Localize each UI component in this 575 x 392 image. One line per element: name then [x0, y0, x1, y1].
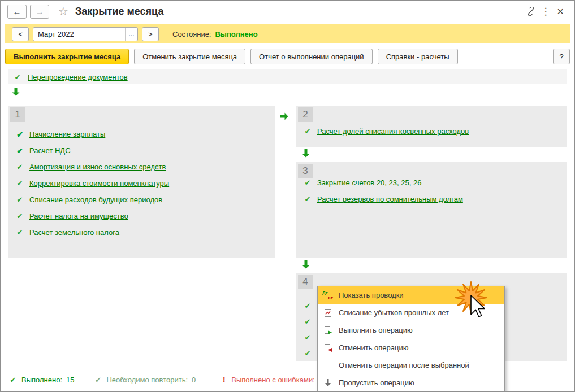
state-value: Выполнено — [215, 30, 257, 38]
back-icon: ← — [13, 7, 21, 16]
favorite-star-icon[interactable]: ☆ — [58, 5, 68, 18]
state-label: Состояние: — [172, 30, 211, 38]
check-icon: ✔ — [303, 350, 312, 357]
block-number: 1 — [10, 107, 25, 122]
help-button[interactable]: ? — [553, 49, 570, 64]
status-done-label: Выполнено: — [21, 376, 62, 384]
menu-item-label: Выполнить операцию — [339, 326, 413, 334]
block-number: 3 — [298, 164, 313, 178]
operation-row: ✔ Амортизация и износ основных средств — [8, 159, 275, 175]
close-icon[interactable]: × — [553, 5, 568, 18]
status-repeat: ✔ Необходимо повторить: 0 — [93, 376, 196, 384]
operation-link[interactable]: Расчет налога на имущество — [29, 212, 128, 220]
arrow-down-icon — [11, 86, 21, 97]
operation-link[interactable]: Закрытие счетов 20, 23, 25, 26 — [317, 178, 421, 187]
operation-link[interactable]: Начисление зарплаты — [29, 130, 105, 138]
run-operation-icon — [322, 325, 334, 336]
check-icon: ✔ — [303, 128, 312, 135]
error-exclamation-icon: ! — [221, 375, 227, 384]
period-bar: < Март 2022 ... > Состояние: Выполнено — [5, 24, 570, 43]
operation-row: ✔ Корректировка стоимости номенклатуры — [8, 175, 275, 191]
operations-report-button[interactable]: Отчет о выполнении операций — [250, 49, 373, 64]
status-errors: ! Выполнено с ошибками: 0 — [221, 375, 323, 384]
check-icon: ✔ — [303, 302, 312, 310]
operation-row: ✔ Расчет долей списания косвенных расход… — [296, 123, 567, 140]
block-number: 4 — [298, 275, 313, 289]
empty-icon — [322, 360, 334, 371]
menu-item-label: Отменить операцию — [339, 343, 408, 352]
menu-item-label: Показать проводки — [339, 291, 404, 299]
arrow-down-icon — [301, 148, 311, 158]
operation-link[interactable]: Расчет земельного налога — [29, 228, 119, 237]
cancel-closing-button[interactable]: Отменить закрытие месяца — [134, 49, 245, 64]
skip-operation-icon — [322, 378, 334, 388]
menu-item-loss-writeoff[interactable]: Списание убытков прошлых лет — [318, 304, 504, 321]
operation-link[interactable]: Расчет НДС — [29, 146, 71, 155]
operation-row: ✔ Расчет налога на имущество — [8, 208, 275, 224]
block-1: 1 ✔ Начисление зарплаты ✔ Расчет НДС ✔ А… — [8, 106, 275, 258]
menu-item-run-operation[interactable]: Выполнить операцию — [318, 321, 504, 339]
period-value: Март 2022 — [33, 30, 125, 38]
menu-item-cancel-after-selected[interactable]: Отменить операции после выбранной — [318, 356, 504, 374]
run-closing-button[interactable]: Выполнить закрытие месяца — [5, 49, 129, 64]
check-icon: ✔ — [13, 73, 22, 81]
forward-icon: → — [36, 7, 44, 16]
reposting-strip: ✔ Перепроведение документов — [8, 69, 567, 84]
check-icon: ✔ — [15, 196, 24, 203]
check-icon: ✔ — [15, 180, 24, 187]
calculations-button[interactable]: Справки - расчеты — [378, 49, 458, 64]
check-icon: ✔ — [8, 376, 18, 384]
arrow-down-icon — [301, 259, 311, 269]
period-picker-button[interactable]: ... — [125, 28, 137, 41]
operation-link[interactable]: Списание расходов будущих периодов — [29, 195, 162, 204]
menu-item-show-postings[interactable]: Дт Кт Показать проводки — [318, 286, 504, 304]
check-icon: ✔ — [303, 179, 312, 186]
status-repeat-label: Необходимо повторить: — [106, 376, 188, 384]
operation-link[interactable]: Расчет долей списания косвенных расходов — [317, 127, 469, 136]
arrow-right-icon — [279, 111, 289, 121]
check-icon: ✔ — [15, 130, 24, 138]
menu-item-label: Пропустить операцию — [339, 378, 414, 387]
menu-item-cancel-operation[interactable]: Отменить операцию — [318, 339, 504, 356]
operation-link[interactable]: Расчет резервов по сомнительным долгам — [317, 195, 463, 203]
toolbar: Выполнить закрытие месяца Отменить закры… — [5, 48, 570, 65]
status-errors-label: Выполнено с ошибками: — [231, 376, 315, 384]
reposting-link[interactable]: Перепроведение документов — [28, 73, 128, 81]
cancel-operation-icon — [322, 343, 334, 353]
forward-button[interactable]: → — [30, 5, 49, 19]
titlebar: ← → ☆ Закрытие месяца ⋮ × — [1, 1, 574, 22]
context-menu: Дт Кт Показать проводки Списание убытков… — [317, 286, 505, 392]
status-done-value: 15 — [66, 376, 74, 384]
block-3: 3 ✔ Закрытие счетов 20, 23, 25, 26 ✔ Рас… — [296, 162, 567, 258]
operation-row: ✔ Списание расходов будущих периодов — [8, 191, 275, 208]
status-repeat-value: 0 — [192, 376, 196, 384]
operation-row: ✔ Начисление зарплаты — [8, 126, 275, 142]
check-icon: ✔ — [15, 147, 24, 155]
prev-period-button[interactable]: < — [12, 27, 29, 41]
operation-row: ✔ Расчет резервов по сомнительным долгам — [296, 191, 567, 207]
check-icon: ✔ — [303, 318, 312, 325]
dt-label: Дт — [322, 290, 328, 295]
page-title: Закрытие месяца — [75, 6, 163, 18]
month-closing-window: ← → ☆ Закрытие месяца ⋮ × < Март 2022 ..… — [0, 0, 575, 392]
status-done: ✔ Выполнено: 15 — [8, 376, 74, 384]
check-icon: ✔ — [303, 195, 312, 203]
operation-link[interactable]: Амортизация и износ основных средств — [29, 163, 166, 171]
block-number: 2 — [298, 107, 313, 122]
period-field[interactable]: Март 2022 ... — [33, 27, 138, 41]
more-menu-icon[interactable]: ⋮ — [538, 5, 553, 18]
check-icon: ✔ — [93, 376, 102, 384]
back-button[interactable]: ← — [7, 5, 27, 19]
menu-item-label: Списание убытков прошлых лет — [339, 308, 449, 317]
postings-icon: Дт Кт — [322, 290, 334, 300]
operation-link[interactable]: Корректировка стоимости номенклатуры — [29, 179, 169, 188]
kt-label: Кт — [328, 295, 333, 300]
next-period-button[interactable]: > — [142, 27, 159, 41]
operation-row: ✔ Закрытие счетов 20, 23, 25, 26 — [296, 175, 567, 191]
loss-writeoff-icon — [322, 308, 334, 318]
check-icon: ✔ — [303, 334, 312, 341]
menu-item-skip-operation[interactable]: Пропустить операцию — [318, 374, 504, 391]
check-icon: ✔ — [15, 212, 24, 220]
get-link-icon[interactable] — [524, 5, 538, 18]
menu-item-label: Отменить операции после выбранной — [339, 361, 469, 369]
